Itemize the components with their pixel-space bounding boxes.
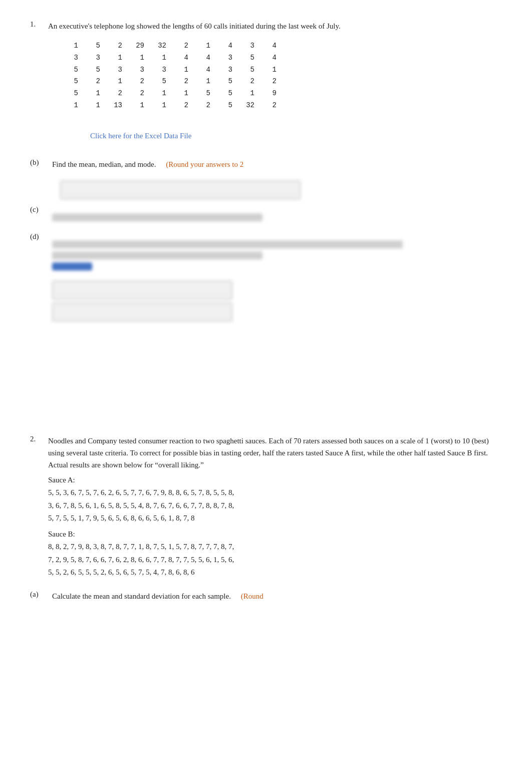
sub-d-blurred — [52, 237, 502, 325]
sub-question-b: (b) Find the mean, median, and mode. (Ro… — [30, 158, 502, 170]
sub-question-d: (d) — [30, 232, 502, 330]
sauce-b-label: Sauce B: 8, 8, 2, 7, 9, 8, 3, 8, 7, 8, 7… — [48, 528, 502, 579]
sub-2a-round-note: (Round — [241, 592, 263, 600]
sauce-a-row-2: 3, 6, 7, 8, 5, 6, 1, 6, 5, 8, 5, 5, 4, 8… — [48, 501, 234, 509]
problem-2-text: Noodles and Company tested consumer reac… — [48, 437, 489, 469]
sauce-a-label: Sauce A: 5, 5, 3, 6, 7, 5, 7, 6, 2, 6, 5… — [48, 474, 502, 525]
sub-question-c: (c) — [30, 205, 502, 229]
data-row: 5 5 3 3 3 1 4 3 5 1 — [60, 64, 502, 76]
problem-2-number: 2. — [30, 435, 48, 443]
problem-2: 2. Noodles and Company tested consumer r… — [30, 435, 502, 602]
data-row: 5 2 1 2 5 2 1 5 2 2 — [60, 76, 502, 88]
sub-d-label: (d) — [30, 232, 46, 241]
sub-b-label: (b) — [30, 158, 46, 167]
data-row: 1 1 13 1 1 2 2 5 32 2 — [60, 100, 502, 112]
sauce-b-row-3: 5, 5, 2, 6, 5, 5, 5, 2, 6, 5, 6, 5, 7, 5… — [48, 568, 195, 576]
sub-c-blurred — [52, 210, 502, 224]
sauce-a-row-1: 5, 5, 3, 6, 7, 5, 7, 6, 2, 6, 5, 7, 7, 6… — [48, 488, 234, 496]
data-row: 5 1 2 2 1 1 5 5 1 9 — [60, 88, 502, 100]
data-row: 3 3 1 1 1 4 4 3 5 4 — [60, 52, 502, 64]
sauce-b-row-1: 8, 8, 2, 7, 9, 8, 3, 8, 7, 8, 7, 7, 1, 8… — [48, 543, 234, 551]
sub-2a-content: Calculate the mean and standard deviatio… — [52, 590, 502, 602]
problem-1-number: 1. — [30, 20, 48, 29]
sub-b-text: Find the mean, median, and mode. — [52, 160, 156, 168]
sauce-a-label-text: Sauce A: — [48, 476, 75, 484]
blurred-answer-area — [60, 180, 502, 199]
data-row: 1 5 2 29 32 2 1 4 3 4 — [60, 40, 502, 52]
excel-data-link[interactable]: Click here for the Excel Data File — [90, 132, 191, 140]
problem-1-data-table: 1 5 2 29 32 2 1 4 3 4 3 3 1 1 1 4 4 3 5 … — [60, 40, 502, 112]
sauce-b-label-text: Sauce B: — [48, 530, 75, 538]
problem-1: 1. An executive's telephone log showed t… — [30, 20, 502, 330]
sub-2a-label: (a) — [30, 590, 46, 599]
sub-2a-text: Calculate the mean and standard deviatio… — [52, 592, 231, 600]
sub-c-label: (c) — [30, 205, 46, 214]
sauce-a-row-3: 5, 7, 5, 5, 1, 7, 9, 5, 6, 5, 6, 8, 6, 6… — [48, 514, 195, 522]
sauce-b-row-2: 7, 2, 9, 5, 8, 7, 6, 6, 7, 6, 2, 8, 6, 6… — [48, 556, 234, 564]
problem-2-content: Noodles and Company tested consumer reac… — [48, 435, 502, 582]
sub-b-round-note: (Round your answers to 2 — [166, 160, 243, 168]
sub-question-2a: (a) Calculate the mean and standard devi… — [30, 590, 502, 602]
problem-1-text: An executive's telephone log showed the … — [48, 20, 502, 32]
answer-inputs-b — [60, 180, 502, 199]
sub-b-content: Find the mean, median, and mode. (Round … — [52, 158, 502, 170]
